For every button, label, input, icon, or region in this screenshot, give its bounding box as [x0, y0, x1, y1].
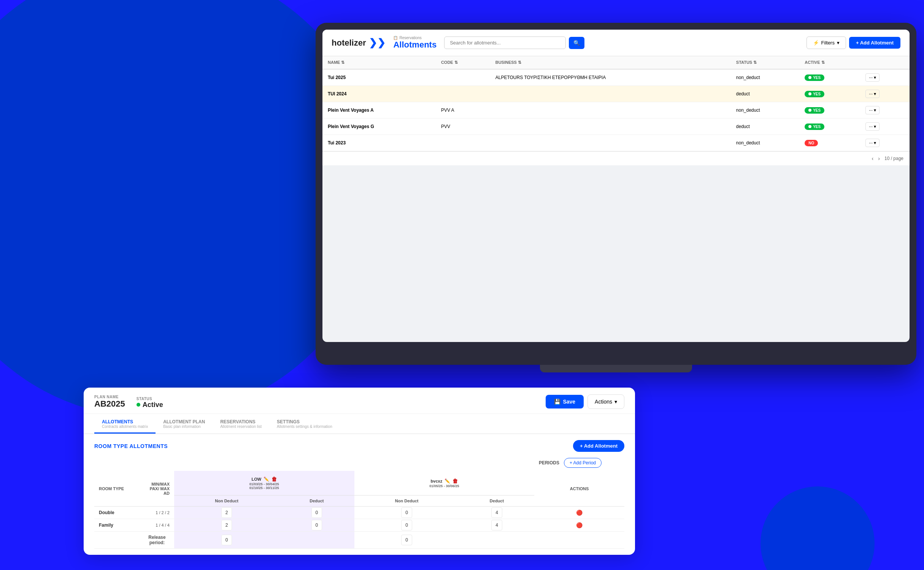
more-button[interactable]: ··· ▾: [865, 139, 880, 147]
tab-allotments[interactable]: ALLOTMENTS Contracts allotments matrix: [94, 414, 156, 434]
cell-business: [490, 119, 731, 135]
cell-more: ··· ▾: [860, 119, 910, 135]
more-button[interactable]: ··· ▾: [865, 106, 880, 114]
cell-active: YES: [799, 69, 860, 86]
filters-button[interactable]: ⚡ Filters ▾: [807, 36, 846, 49]
table-row[interactable]: Plein Vent Voyages G PVV deduct YES ··· …: [322, 119, 910, 135]
active-toggle-yes[interactable]: YES: [805, 107, 824, 114]
tab-label: ALLOTMENT PLAN: [163, 419, 205, 424]
cell-more: ··· ▾: [860, 86, 910, 102]
col-room-type: ROOM TYPE: [94, 471, 140, 507]
grid-row: Family 1 / 4 / 4 2 0 0 4 🔴: [94, 519, 624, 532]
grid-cell-action: 🔴: [534, 507, 624, 519]
cell-status: non_deduct: [731, 69, 799, 86]
cell-business: [490, 86, 731, 102]
more-button[interactable]: ··· ▾: [865, 73, 880, 82]
save-icon: 💾: [554, 399, 560, 405]
laptop-screen: hotelizer ❯❯ 📋 Reservations Allotments 🔍…: [322, 30, 910, 342]
grid-row: Double 1 / 2 / 2 2 0 0 4 🔴: [94, 507, 624, 519]
search-button[interactable]: 🔍: [569, 37, 584, 49]
actions-label: Actions: [595, 399, 612, 405]
row-delete-icon[interactable]: 🔴: [576, 522, 583, 528]
periods-label: PERIODS: [539, 460, 559, 466]
status-label: STATUS: [137, 397, 163, 401]
status-dot-icon: [137, 403, 140, 407]
chevron-down-icon: ▾: [614, 399, 617, 405]
tab-allotment-plan[interactable]: ALLOTMENT PLAN Basic plan information: [156, 414, 213, 434]
cell-more: ··· ▾: [860, 135, 910, 151]
reservations-icon: 📋: [393, 36, 398, 40]
col-status: STATUS ⇅: [731, 56, 799, 69]
cell-business: ALPETOURS ΤΟΥΡΙΣΤΙΚΗ ΕΤΕΡΟPPYΘΜΗ ΕΤΑΙΡΙΑ: [490, 69, 731, 86]
release-bvcxz-d: [459, 532, 534, 549]
subcol-low-nondeduct: Non Deduct: [174, 496, 279, 507]
release-low-nd: 0: [174, 532, 279, 549]
row-delete-icon[interactable]: 🔴: [576, 510, 583, 516]
cell-more: ··· ▾: [860, 69, 910, 86]
grid-cell-pax: 1 / 2 / 2: [140, 507, 174, 519]
cell-status: deduct: [731, 119, 799, 135]
col-active: ACTIVE ⇅: [799, 56, 860, 69]
col-actions-empty: [860, 56, 910, 69]
cell-code: [436, 86, 490, 102]
active-toggle-yes[interactable]: YES: [805, 74, 824, 81]
tab-subtitle: Contracts allotments matrix: [102, 424, 148, 429]
cell-code: PVV A: [436, 102, 490, 119]
table-row[interactable]: Plein Vent Voyages A PVV A non_deduct YE…: [322, 102, 910, 119]
tab-reservations[interactable]: RESERVATIONS Allotment reservation list: [213, 414, 269, 434]
logo-chevron-icon: ❯❯: [369, 37, 386, 49]
grid-cell-low-nd: 2: [174, 519, 279, 532]
grid-cell-low-nd: 2: [174, 507, 279, 519]
subcol-low-deduct: Deduct: [279, 496, 354, 507]
prev-page-button[interactable]: ‹: [872, 155, 874, 162]
save-button[interactable]: 💾 Save: [546, 395, 584, 408]
tab-settings[interactable]: SETTINGS Allotments settings & informati…: [269, 414, 340, 434]
period-bvcxz-name: bvcxz: [431, 479, 443, 483]
active-toggle-yes[interactable]: YES: [805, 91, 824, 97]
period-bvcxz-edit-icon[interactable]: ✏️: [445, 478, 450, 484]
period-low-edit-icon[interactable]: ✏️: [264, 477, 269, 482]
add-period-button[interactable]: + Add Period: [564, 458, 602, 468]
grid-cell-low-d: 0: [279, 519, 354, 532]
rta-header: ROOM TYPE ALLOTMENTS + Add Allotment: [94, 440, 624, 452]
status-value: Active: [143, 401, 163, 409]
add-allotment-button[interactable]: + Add Allotment: [849, 37, 900, 49]
cell-more: ··· ▾: [860, 102, 910, 119]
more-button[interactable]: ··· ▾: [865, 122, 880, 131]
tab-label: SETTINGS: [277, 419, 332, 424]
table-row[interactable]: Tui 2025 ALPETOURS ΤΟΥΡΙΣΤΙΚΗ ΕΤΕΡΟPPYΘΜ…: [322, 69, 910, 86]
bottom-panel: PLAN NAME AB2025 STATUS Active 💾 Save Ac…: [84, 388, 635, 555]
actions-button[interactable]: Actions ▾: [587, 394, 624, 409]
nav-allotments-title: Allotments: [393, 40, 437, 50]
table-row[interactable]: TUI 2024 deduct YES ··· ▾: [322, 86, 910, 102]
cell-status: non_deduct: [731, 135, 799, 151]
active-toggle-no[interactable]: NO: [805, 140, 818, 146]
next-page-button[interactable]: ›: [878, 155, 880, 162]
col-actions: ACTIONS: [534, 471, 624, 507]
period-bvcxz-header: bvcxz ✏️ 🗑 01/05/25 - 30/06/25: [354, 471, 535, 496]
period-low-delete-icon[interactable]: 🗑: [271, 476, 277, 482]
plan-name-label: PLAN NAME: [94, 395, 125, 399]
rta-add-allotment-button[interactable]: + Add Allotment: [573, 440, 624, 452]
grid-cell-roomtype: Double: [94, 507, 140, 519]
laptop-base: [540, 365, 692, 372]
more-button[interactable]: ··· ▾: [865, 90, 880, 98]
nav-breadcrumb: 📋 Reservations Allotments: [393, 36, 437, 50]
cell-name: Plein Vent Voyages A: [322, 102, 436, 119]
search-input[interactable]: [444, 36, 566, 49]
cell-status: deduct: [731, 86, 799, 102]
rta-title: ROOM TYPE ALLOTMENTS: [94, 443, 168, 449]
period-low-name: LOW: [251, 477, 261, 481]
release-period-row: Release period: 0 0: [94, 532, 624, 549]
table-row[interactable]: Tui 2023 non_deduct NO ··· ▾: [322, 135, 910, 151]
filters-label: Filters: [821, 40, 835, 46]
table-footer: ‹ › 10 / page: [322, 151, 910, 165]
active-toggle-yes[interactable]: YES: [805, 124, 824, 130]
status-section: STATUS Active: [137, 397, 163, 409]
period-bvcxz-delete-icon[interactable]: 🗑: [452, 478, 458, 484]
period-bvcxz-dates: 01/05/25 - 30/06/25: [363, 484, 526, 488]
grid-cell-pax: 1 / 4 / 4: [140, 519, 174, 532]
cell-active: YES: [799, 86, 860, 102]
cell-business: [490, 135, 731, 151]
grid-cell-bvcxz-nd: 0: [354, 519, 459, 532]
